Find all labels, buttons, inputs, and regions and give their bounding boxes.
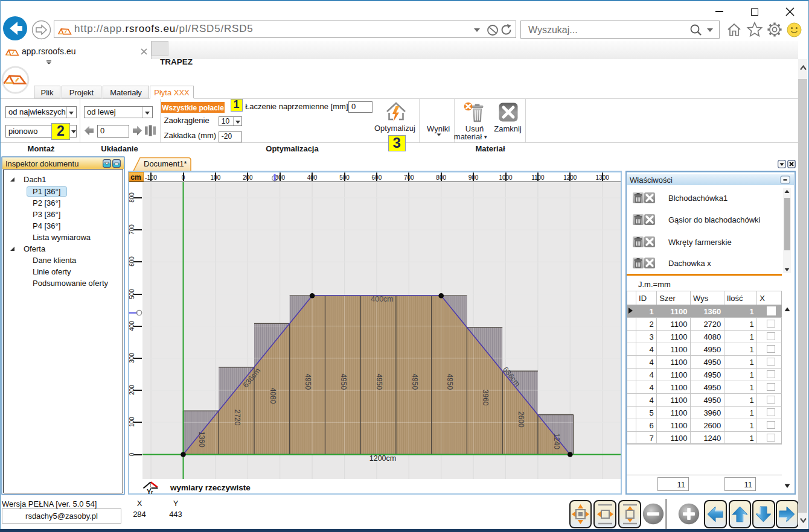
svg-text:2720: 2720 (233, 410, 241, 426)
svg-text:4950: 4950 (446, 373, 454, 390)
svg-text:4950: 4950 (339, 373, 348, 390)
svg-text:2600: 2600 (517, 411, 525, 428)
svg-text:1360: 1360 (197, 431, 206, 448)
svg-text:3960: 3960 (481, 390, 490, 406)
svg-text:4950: 4950 (375, 373, 383, 390)
svg-text:1240: 1240 (552, 433, 561, 449)
svg-text:400cm: 400cm (371, 295, 394, 303)
svg-text:1200cm: 1200cm (369, 454, 396, 463)
svg-text:4950: 4950 (411, 373, 419, 390)
svg-text:4950: 4950 (304, 373, 312, 390)
svg-text:r: r (151, 489, 153, 495)
svg-text:4080: 4080 (269, 388, 277, 404)
